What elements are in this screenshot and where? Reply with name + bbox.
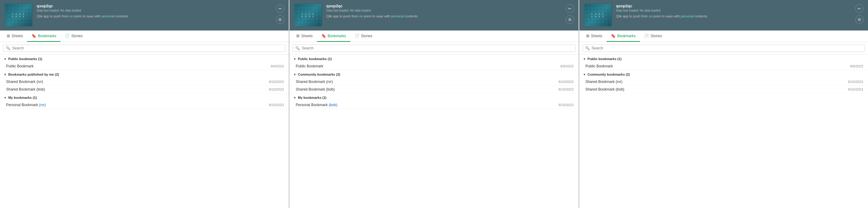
section-label: My bookmarks (1) [298,96,327,99]
tab-stories[interactable]: 📄Stories [60,31,87,42]
bookmark-item[interactable]: Public Bookmark8/9/2023 [579,63,868,70]
header-actions: ✏⚙ [566,4,574,24]
tab-sheets[interactable]: ⊞Sheets [582,31,607,42]
section-label: Public bookmarks (1) [8,57,42,61]
section-header-my-bookmarks[interactable]: ▼My bookmarks (1) [289,93,578,101]
tab-label-stories: Stories [361,34,372,38]
app-title: qsop2qc [326,4,573,8]
section-label: Public bookmarks (1) [298,57,332,61]
tab-bookmarks[interactable]: 🔖Bookmarks [607,31,640,42]
bookmark-name: Shared Bookmark (bob) [296,87,335,92]
bookmark-item[interactable]: Shared Bookmark (bob)8/10/2023 [0,86,289,93]
panel-panel-3: qsop2qcData last loaded: No data loadedQ… [579,0,868,208]
tab-icon-sheets: ⊞ [296,34,300,38]
settings-button[interactable]: ⚙ [276,15,284,24]
panel-header: qsop2qcData last loaded: No data loadedQ… [289,0,578,31]
search-input[interactable] [302,46,572,50]
settings-button[interactable]: ⚙ [855,15,864,24]
section-header-community-bookmarks[interactable]: ▼Community bookmarks (2) [289,70,578,78]
search-icon: 🔍 [6,46,10,50]
bookmark-item[interactable]: Shared Bookmark (bob)8/10/2023 [289,86,578,93]
section-header-community-bookmarks[interactable]: ▼Community bookmarks (2) [579,70,868,78]
app-title: qsop2qc [616,4,863,8]
bookmark-item[interactable]: Shared Bookmark (rvr)8/10/2023 [579,78,868,86]
edit-button[interactable]: ✏ [855,4,864,13]
bookmark-date: 8/10/2023 [559,103,574,107]
edit-button[interactable]: ✏ [566,4,574,13]
section-header-public-bookmarks[interactable]: ▼Public bookmarks (1) [0,55,289,63]
search-bar: 🔍 [579,42,868,55]
tab-icon-bookmarks: 🔖 [611,34,616,38]
app-description: Qlik app to push from on prem to saas wi… [326,14,573,19]
section-arrow: ▼ [583,73,586,76]
bookmark-item[interactable]: Shared Bookmark (rvr)8/10/2023 [0,78,289,86]
panel-panel-1: qsop2qcData last loaded: No data loadedQ… [0,0,289,208]
section-label: Community bookmarks (2) [298,73,340,76]
app-thumbnail [5,4,32,27]
bookmark-item[interactable]: Personal Bookmark (bob)8/10/2023 [289,101,578,109]
section-arrow: ▼ [4,57,7,61]
data-status: Data last loaded: No data loaded [37,9,284,12]
tab-label-sheets: Sheets [301,34,312,38]
tab-icon-stories: 📄 [644,34,649,38]
section-label: Public bookmarks (1) [588,57,622,61]
settings-button[interactable]: ⚙ [566,15,574,24]
tabs-bar: ⊞Sheets🔖Bookmarks📄Stories [579,31,868,42]
bookmark-date: 8/10/2023 [269,103,284,107]
bookmark-date: 8/10/2023 [559,88,574,91]
bookmark-item[interactable]: Shared Bookmark (bob)8/10/2023 [579,86,868,93]
tab-bookmarks[interactable]: 🔖Bookmarks [27,31,60,42]
tab-icon-sheets: ⊞ [586,34,589,38]
bookmark-item[interactable]: Public Bookmark8/9/2023 [0,63,289,70]
section-header-public-bookmarks[interactable]: ▼Public bookmarks (1) [579,55,868,63]
tab-icon-stories: 📄 [65,34,70,38]
tab-sheets[interactable]: ⊞Sheets [292,31,317,42]
search-icon: 🔍 [295,46,300,50]
section-arrow: ▼ [4,73,7,76]
bookmark-date: 8/10/2023 [269,88,284,91]
panel-panel-2: qsop2qcData last loaded: No data loadedQ… [289,0,579,208]
section-label: My bookmarks (1) [8,96,37,99]
tab-label-sheets: Sheets [11,34,23,38]
search-bar: 🔍 [289,42,578,55]
search-input-wrap: 🔍 [583,44,865,52]
bookmark-name: Shared Bookmark (bob) [586,87,624,92]
section-header-public-bookmarks[interactable]: ▼Public bookmarks (1) [289,55,578,63]
tab-sheets[interactable]: ⊞Sheets [2,31,27,42]
search-input[interactable] [12,46,283,50]
section-arrow: ▼ [293,96,296,99]
tab-stories[interactable]: 📄Stories [640,31,666,42]
app-thumbnail [294,4,322,27]
app-thumbnail [584,4,612,27]
tabs-bar: ⊞Sheets🔖Bookmarks📄Stories [0,31,289,42]
search-input[interactable] [592,46,862,50]
bookmark-date: 8/10/2023 [848,88,863,91]
bookmark-name: Shared Bookmark (rvr) [6,80,43,84]
bookmark-item[interactable]: Public Bookmark8/9/2023 [289,63,578,70]
search-icon: 🔍 [585,46,590,50]
bookmark-date: 8/10/2023 [848,80,863,83]
bookmark-name: Shared Bookmark (rvr) [296,80,333,84]
bookmark-link-part: (rvr) [39,103,46,107]
header-info: qsop2qcData last loaded: No data loadedQ… [37,4,284,19]
tab-stories[interactable]: 📄Stories [350,31,377,42]
search-input-wrap: 🔍 [292,44,575,52]
section-header-published-by-me[interactable]: ▼Bookmarks published by me (2) [0,70,289,78]
tab-bookmarks[interactable]: 🔖Bookmarks [317,31,350,42]
edit-button[interactable]: ✏ [276,4,284,13]
header-info: qsop2qcData last loaded: No data loadedQ… [616,4,863,19]
bookmark-link-part: (bob) [329,103,337,107]
bookmark-item[interactable]: Personal Bookmark (rvr)8/10/2023 [0,101,289,109]
section-label: Community bookmarks (2) [588,73,630,76]
section-header-my-bookmarks[interactable]: ▼My bookmarks (1) [0,93,289,101]
app-title: qsop2qc [37,4,284,8]
bookmark-name: Public Bookmark [296,64,323,68]
tab-icon-stories: 📄 [354,34,360,38]
bookmark-item[interactable]: Shared Bookmark (rvr)8/10/2023 [289,78,578,86]
bookmark-date: 8/10/2023 [559,80,574,83]
tab-label-bookmarks: Bookmarks [38,34,56,38]
panel-header: qsop2qcData last loaded: No data loadedQ… [0,0,289,31]
tab-label-stories: Stories [71,34,83,38]
bookmark-content: ▼Public bookmarks (1)Public Bookmark8/9/… [579,55,868,208]
tab-label-sheets: Sheets [591,34,602,38]
